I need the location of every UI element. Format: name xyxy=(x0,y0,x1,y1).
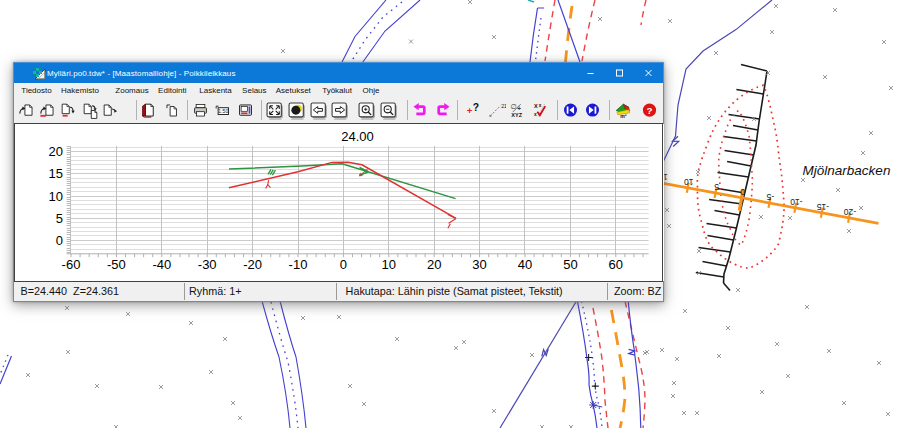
svg-text:5: 5 xyxy=(714,182,719,192)
svg-text:50: 50 xyxy=(563,257,577,272)
svg-text:+: + xyxy=(517,105,521,112)
svg-text:5: 5 xyxy=(56,211,63,226)
svg-text:x: x xyxy=(534,112,537,117)
svg-text:20: 20 xyxy=(49,144,63,159)
svg-text:-60: -60 xyxy=(62,257,81,272)
svg-text:-10: -10 xyxy=(289,257,308,272)
svg-text:-10: -10 xyxy=(790,197,803,207)
svg-text:0: 0 xyxy=(56,233,63,248)
svg-text:0: 0 xyxy=(340,257,347,272)
svg-text:20: 20 xyxy=(427,257,441,272)
svg-text:1:50: 1:50 xyxy=(218,108,228,114)
svg-text:10: 10 xyxy=(684,177,694,187)
svg-text:Mjölnarbacken: Mjölnarbacken xyxy=(803,163,891,178)
svg-text:40: 40 xyxy=(518,257,532,272)
svg-text:30: 30 xyxy=(472,257,486,272)
svg-text:0: 0 xyxy=(740,187,745,197)
svg-text:?: ? xyxy=(473,102,479,113)
svg-text:-30: -30 xyxy=(198,257,217,272)
svg-text:10: 10 xyxy=(382,257,396,272)
svg-text:15: 15 xyxy=(49,166,63,181)
svg-text:60: 60 xyxy=(609,257,623,272)
svg-text:XYZ: XYZ xyxy=(511,112,522,118)
svg-text:-15: -15 xyxy=(816,202,829,212)
svg-text:x: x xyxy=(538,103,541,108)
svg-text:?: ? xyxy=(646,104,652,115)
svg-text:24.00: 24.00 xyxy=(341,129,374,144)
svg-text:m³: m³ xyxy=(620,113,627,119)
svg-text:X: X xyxy=(533,103,537,109)
svg-text:10: 10 xyxy=(49,189,63,204)
svg-text:-50: -50 xyxy=(107,257,126,272)
svg-text:-20: -20 xyxy=(844,207,857,217)
svg-text:-40: -40 xyxy=(152,257,171,272)
svg-text:+: + xyxy=(467,105,473,116)
svg-text:-20: -20 xyxy=(243,257,262,272)
svg-text:∅: ∅ xyxy=(510,102,516,110)
svg-text:21: 21 xyxy=(501,103,506,109)
svg-text:-5: -5 xyxy=(766,192,774,202)
